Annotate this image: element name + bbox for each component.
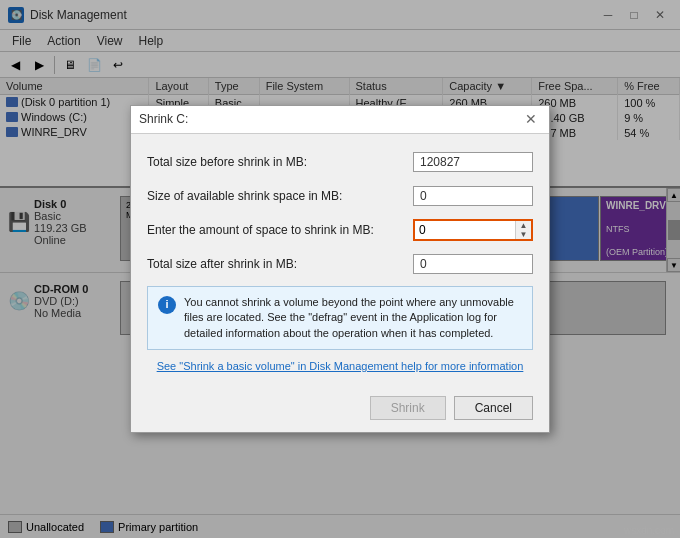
cancel-button[interactable]: Cancel (454, 396, 533, 420)
spinner-up-button[interactable]: ▲ (516, 221, 531, 230)
field-available: Size of available shrink space in MB: 0 (147, 184, 533, 208)
info-box: i You cannot shrink a volume beyond the … (147, 286, 533, 350)
shrink-amount-input[interactable] (415, 221, 515, 239)
field-total-before-value: 120827 (413, 152, 533, 172)
modal-titlebar: Shrink C: ✕ (131, 106, 549, 134)
modal-title: Shrink C: (139, 112, 188, 126)
field-available-value: 0 (413, 186, 533, 206)
watermark: wsxdn.com (624, 525, 674, 536)
field-total-after-value: 0 (413, 254, 533, 274)
field-amount-label: Enter the amount of space to shrink in M… (147, 223, 413, 237)
modal-footer: Shrink Cancel (131, 392, 549, 432)
modal-body: Total size before shrink in MB: 120827 S… (131, 134, 549, 392)
shrink-dialog: Shrink C: ✕ Total size before shrink in … (130, 105, 550, 433)
modal-overlay: Shrink C: ✕ Total size before shrink in … (0, 0, 680, 538)
spinner-buttons: ▲ ▼ (515, 221, 531, 239)
field-total-before-label: Total size before shrink in MB: (147, 155, 413, 169)
info-icon: i (158, 296, 176, 314)
shrink-amount-input-container: ▲ ▼ (413, 219, 533, 241)
field-available-label: Size of available shrink space in MB: (147, 189, 413, 203)
field-total-after-label: Total size after shrink in MB: (147, 257, 413, 271)
shrink-button[interactable]: Shrink (370, 396, 446, 420)
field-total-after: Total size after shrink in MB: 0 (147, 252, 533, 276)
info-text: You cannot shrink a volume beyond the po… (184, 295, 522, 341)
help-link[interactable]: See "Shrink a basic volume" in Disk Mana… (147, 360, 533, 372)
field-amount: Enter the amount of space to shrink in M… (147, 218, 533, 242)
field-total-before: Total size before shrink in MB: 120827 (147, 150, 533, 174)
spinner-down-button[interactable]: ▼ (516, 230, 531, 239)
modal-close-button[interactable]: ✕ (521, 109, 541, 129)
